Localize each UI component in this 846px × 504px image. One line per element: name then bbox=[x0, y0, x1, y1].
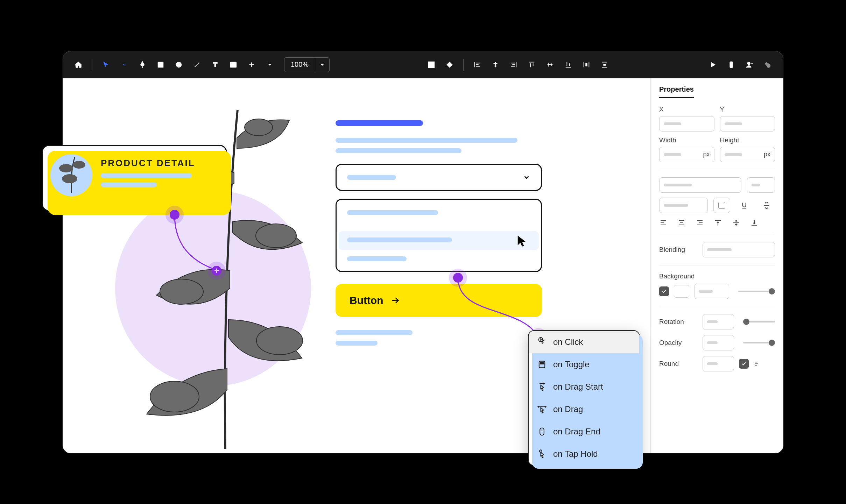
underline-icon[interactable] bbox=[736, 198, 753, 213]
add-user-icon[interactable] bbox=[743, 58, 756, 71]
interaction-on-drag-end[interactable]: on Drag End bbox=[529, 420, 639, 443]
placeholder-line bbox=[101, 173, 192, 178]
blending-input[interactable] bbox=[703, 242, 775, 257]
dropdown-value-placeholder bbox=[347, 175, 396, 180]
background-color-swatch[interactable] bbox=[674, 285, 689, 298]
toolbar-separator bbox=[92, 59, 92, 71]
zoom-control[interactable]: 100% bbox=[284, 57, 330, 72]
add-tool-icon[interactable] bbox=[245, 58, 258, 71]
background-checkbox[interactable] bbox=[659, 286, 669, 296]
blending-label: Blending bbox=[659, 246, 698, 254]
background-value-input[interactable] bbox=[694, 284, 729, 299]
drag-start-icon bbox=[537, 382, 547, 392]
interaction-on-tap-hold[interactable]: on Tap Hold bbox=[529, 443, 639, 465]
align-left-icon[interactable] bbox=[471, 58, 484, 71]
align-top-icon[interactable] bbox=[525, 58, 538, 71]
valign-middle-icon[interactable] bbox=[732, 219, 740, 227]
text-align-right-icon[interactable] bbox=[696, 219, 704, 227]
valign-bottom-icon[interactable] bbox=[750, 219, 759, 227]
round-corners-icon[interactable] bbox=[754, 360, 761, 368]
add-node-button[interactable] bbox=[212, 266, 221, 276]
placeholder-line bbox=[101, 182, 157, 187]
interaction-menu: on Click on Toggle on Drag Start on Drag… bbox=[528, 330, 640, 466]
text-align-center-icon[interactable] bbox=[677, 219, 686, 227]
play-icon[interactable] bbox=[706, 58, 720, 71]
line-tool-icon[interactable] bbox=[190, 58, 204, 71]
primary-button[interactable]: Button bbox=[336, 284, 542, 317]
product-detail-card[interactable]: PRODUCT DETAIL bbox=[42, 145, 227, 211]
opacity-slider[interactable] bbox=[743, 342, 775, 343]
home-icon[interactable] bbox=[72, 58, 85, 71]
svg-point-3 bbox=[232, 63, 233, 64]
round-link-checkbox[interactable] bbox=[739, 359, 749, 369]
font-size-input[interactable] bbox=[747, 177, 775, 193]
heading-placeholder bbox=[336, 120, 423, 126]
background-circle bbox=[115, 190, 311, 386]
select-tool-icon[interactable] bbox=[99, 58, 113, 71]
pen-tool-icon[interactable] bbox=[136, 58, 149, 71]
zoom-value[interactable]: 100% bbox=[284, 58, 315, 72]
properties-tab[interactable]: Properties bbox=[659, 85, 694, 98]
align-bottom-icon[interactable] bbox=[562, 58, 575, 71]
svg-rect-5 bbox=[730, 62, 732, 68]
diamond-tool-icon[interactable] bbox=[443, 58, 456, 71]
image-tool-icon[interactable] bbox=[227, 58, 240, 71]
grid-tool-icon[interactable] bbox=[425, 58, 438, 71]
dropdown-field[interactable] bbox=[336, 164, 542, 191]
distribute-v-icon[interactable] bbox=[598, 58, 611, 71]
background-opacity-slider[interactable] bbox=[738, 291, 775, 292]
select-dropdown-icon[interactable] bbox=[118, 58, 131, 71]
connection-node[interactable] bbox=[453, 273, 463, 283]
align-middle-v-icon[interactable] bbox=[543, 58, 557, 71]
ellipse-tool-icon[interactable] bbox=[172, 58, 185, 71]
y-input[interactable] bbox=[720, 116, 775, 132]
arrow-right-icon bbox=[390, 296, 400, 305]
rotation-input[interactable] bbox=[703, 314, 734, 329]
rotation-slider[interactable] bbox=[743, 321, 775, 322]
text-placeholder bbox=[347, 256, 407, 261]
text-tool-icon[interactable] bbox=[209, 58, 222, 71]
toggle-icon bbox=[537, 360, 547, 369]
interaction-on-drag[interactable]: on Drag bbox=[529, 398, 639, 420]
text-color-button[interactable] bbox=[713, 198, 730, 213]
tap-hold-icon bbox=[537, 449, 547, 459]
right-tools-group bbox=[706, 58, 774, 71]
textarea-field[interactable] bbox=[336, 199, 542, 272]
device-preview-icon[interactable] bbox=[725, 58, 738, 71]
text-align-left-icon[interactable] bbox=[659, 219, 668, 227]
interaction-on-drag-start[interactable]: on Drag Start bbox=[529, 376, 639, 398]
interaction-on-toggle[interactable]: on Toggle bbox=[529, 353, 639, 376]
width-input[interactable]: px bbox=[659, 147, 714, 162]
product-card-title: PRODUCT DETAIL bbox=[101, 158, 195, 169]
height-label: Height bbox=[720, 136, 775, 144]
x-input[interactable] bbox=[659, 116, 714, 132]
font-weight-input[interactable] bbox=[659, 198, 708, 213]
drag-end-icon bbox=[537, 427, 547, 436]
connection-node[interactable] bbox=[170, 210, 179, 220]
font-family-input[interactable] bbox=[659, 177, 741, 193]
height-input[interactable]: px bbox=[720, 147, 775, 162]
opacity-input[interactable] bbox=[703, 335, 734, 350]
menu-label: on Toggle bbox=[553, 360, 590, 369]
svg-rect-0 bbox=[158, 62, 163, 67]
svg-point-7 bbox=[245, 119, 273, 136]
text-placeholder bbox=[336, 330, 413, 335]
strikethrough-icon[interactable] bbox=[758, 198, 775, 213]
align-center-h-icon[interactable] bbox=[489, 58, 502, 71]
chevron-down-icon bbox=[523, 173, 530, 181]
rectangle-tool-icon[interactable] bbox=[154, 58, 167, 71]
svg-rect-17 bbox=[540, 362, 543, 364]
design-canvas[interactable]: PRODUCT DETAIL bbox=[63, 78, 650, 453]
menu-label: on Drag End bbox=[553, 427, 600, 436]
zoom-dropdown-icon[interactable] bbox=[315, 62, 329, 68]
valign-top-icon[interactable] bbox=[714, 219, 722, 227]
interaction-on-click[interactable]: on Click bbox=[529, 331, 639, 353]
add-dropdown-icon[interactable] bbox=[263, 58, 276, 71]
round-input[interactable] bbox=[703, 356, 734, 371]
undo-icon[interactable] bbox=[761, 58, 774, 71]
align-right-icon[interactable] bbox=[507, 58, 520, 71]
distribute-h-icon[interactable] bbox=[580, 58, 593, 71]
menu-label: on Drag Start bbox=[553, 382, 603, 392]
drag-icon bbox=[537, 404, 547, 414]
svg-point-12 bbox=[150, 381, 199, 412]
